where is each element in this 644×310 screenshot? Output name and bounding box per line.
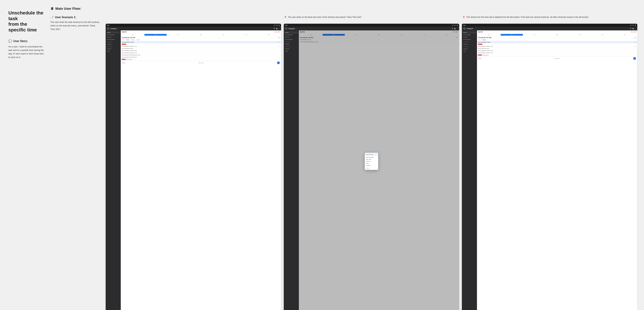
- task-1pm-3: Task scheduled for today for 1 pm ○+□+▲1: [477, 45, 637, 47]
- sidebar-pinboard-2[interactable]: Pin Board: [284, 36, 298, 38]
- day-fr-3[interactable]: Fr 6: [591, 34, 614, 36]
- nav-search-icon-3[interactable]: 🔍: [630, 28, 632, 29]
- day-tu-3[interactable]: Tu 3: [523, 34, 546, 36]
- nav-icons-1: 🔍 🔔 ⋮: [274, 28, 280, 29]
- fab-1[interactable]: +: [277, 62, 280, 64]
- pin-icon-1b: 📍: [462, 16, 465, 19]
- screenshot-1-context: 9:41 ●●● WiFi 🔋 Instagram: [284, 24, 459, 310]
- task-meta-1pm-1: ○+□+▲1: [277, 46, 280, 47]
- mock-screen-2: 9:41 ●●● WiFi 🔋 Instagram: [284, 24, 459, 310]
- write-message-1[interactable]: Write a Message: [365, 156, 378, 158]
- status-time-2: 9:41: [285, 25, 288, 26]
- tab-tasks-1[interactable]: Tasks: [122, 39, 125, 41]
- day-fr-1[interactable]: Fr 6: [235, 34, 258, 36]
- sidebar-agenda-2[interactable]: Agenda: [284, 31, 298, 34]
- sidebar-company-3[interactable]: Company: [462, 43, 476, 45]
- week-label-3: W12: [634, 37, 636, 38]
- day-view-btn-1[interactable]: Day View ▼: [198, 62, 204, 63]
- day-we-2[interactable]: We 4: [368, 34, 390, 36]
- mock-main-1: Agenda Direct Messages Pin Board Persona…: [106, 30, 281, 310]
- sidebar-calendar-1[interactable]: Calendar: [106, 48, 120, 50]
- tab-agenda-3[interactable]: Agenda: [482, 39, 486, 41]
- tab-messages-1[interactable]: Messages: [130, 39, 135, 41]
- day-we-3[interactable]: We 4: [546, 34, 568, 36]
- add-note-1[interactable]: Add a Note: [365, 158, 378, 160]
- sidebar-company-2[interactable]: Company: [284, 43, 298, 45]
- sidebar-tasks-2[interactable]: Tasks: [284, 50, 298, 52]
- sidebar-planner-2[interactable]: Personal Planner: [284, 39, 298, 41]
- day-su-3[interactable]: Su 29: [478, 34, 500, 36]
- delete-1[interactable]: Delete: [365, 167, 378, 169]
- content-title-1: Agenda: [122, 31, 126, 33]
- day-view-btn-3[interactable]: Day View ▼: [554, 58, 560, 59]
- day-sa-2[interactable]: Sa 7: [436, 34, 458, 36]
- nav-dots-icon-2[interactable]: ⋮: [456, 28, 458, 29]
- user-story-text: As a user, I want to unschedule the task…: [8, 45, 45, 59]
- fab-3[interactable]: +: [633, 57, 636, 60]
- mock-screen-1: 9:41 ●●● WiFi 🔋 Instagram: [106, 24, 281, 310]
- sidebar-agenda-3[interactable]: Agenda: [462, 31, 476, 34]
- content-header-1: Agenda March 2020: [121, 30, 281, 34]
- task-text-today-3: Task scheduled for today: [478, 42, 490, 43]
- task-badge-fri-1: Fri, Mar 9: [122, 59, 126, 60]
- nav-bar-3: Instagram 🔍 🔔 ⋮: [462, 27, 637, 30]
- wifi-icon-3: WiFi: [632, 25, 634, 26]
- day-mo-2[interactable]: Mo 2: [322, 34, 345, 36]
- day-tu-2[interactable]: Tu 3: [345, 34, 368, 36]
- clear-time-slot-1[interactable]: Clear Time Slot: [365, 153, 378, 156]
- mock-main-3: Agenda Direct Messages Pin Board Persona…: [462, 30, 637, 310]
- sidebar-calendar-3[interactable]: Calendar: [462, 48, 476, 50]
- day-we-1[interactable]: We 4: [190, 34, 212, 36]
- task-text-nov-3: Task for Nov 1: [482, 55, 489, 56]
- share-1[interactable]: Share: [365, 162, 378, 164]
- sidebar-messages-1[interactable]: Direct Messages: [106, 34, 120, 36]
- date-label-1: Thursday Mar 11th 2020: [122, 37, 135, 38]
- sidebar-company-1[interactable]: Company: [106, 43, 120, 45]
- battery-icon-3: 🔋: [635, 25, 636, 26]
- scenario-label-1: 📝 User Scenario 1:: [50, 16, 100, 19]
- sidebar-planner-3[interactable]: Personal Planner: [462, 39, 476, 41]
- sidebar-messages-3[interactable]: Direct Messages: [462, 34, 476, 36]
- today-btn-1[interactable]: Today: [122, 62, 125, 63]
- nav-icons-2: 🔍 🔔 ⋮: [452, 28, 458, 29]
- nav-search-icon-2[interactable]: 🔍: [452, 28, 454, 29]
- nav-dots-icon-1[interactable]: ⋮: [278, 28, 280, 29]
- day-th-1[interactable]: Th 5: [212, 34, 235, 36]
- sidebar-pinboard-3[interactable]: Pin Board: [462, 36, 476, 38]
- sidebar-planner-1[interactable]: Personal Planner: [106, 39, 120, 41]
- day-tu-1[interactable]: Tu 3: [167, 34, 189, 36]
- nav-dots-icon-3[interactable]: ⋮: [634, 28, 636, 29]
- nav-search-icon-1[interactable]: 🔍: [274, 28, 276, 29]
- sidebar-agenda-1[interactable]: Agenda: [106, 31, 120, 34]
- sidebar-messages-2[interactable]: Direct Messages: [284, 34, 298, 36]
- tab-agenda-1[interactable]: Agenda: [136, 39, 140, 41]
- day-su-2[interactable]: Su 29: [300, 34, 322, 36]
- task-1pm-1: Task scheduled for today for 1 pm ○+□+▲1: [121, 45, 281, 47]
- nav-bell-icon-2[interactable]: 🔔: [454, 28, 456, 29]
- screenshot-1-after: 9:41 ●●● WiFi 🔋 Instagram: [462, 24, 637, 310]
- page-title: Unschedule the task from the specific ti…: [8, 10, 45, 33]
- nav-bell-icon-3[interactable]: 🔔: [632, 28, 634, 29]
- nav-bell-icon-1[interactable]: 🔔: [276, 28, 278, 29]
- add-file-1[interactable]: Add a File: [365, 160, 378, 162]
- day-sa-1[interactable]: Sa 7: [258, 34, 280, 36]
- mock-screen-3: 9:41 ●●● WiFi 🔋 Instagram: [462, 24, 637, 310]
- day-mo-1[interactable]: Mo 2: [144, 34, 167, 36]
- sidebar-tasks-1[interactable]: Tasks: [106, 50, 120, 52]
- day-th-2[interactable]: Th 5: [390, 34, 413, 36]
- tab-notes-1[interactable]: Notes: [126, 39, 130, 41]
- day-su-1[interactable]: Su 29: [122, 34, 144, 36]
- day-th-3[interactable]: Th 5: [569, 34, 591, 36]
- today-btn-3[interactable]: Today: [478, 58, 481, 59]
- date-row-2: Thursday Mar 11th 2020 W12: [299, 36, 459, 39]
- duplicate-1[interactable]: Duplicate: [365, 164, 378, 166]
- day-fr-2[interactable]: Fr 6: [413, 34, 436, 36]
- date-label-2: Thursday Mar 11th 2020: [300, 37, 313, 38]
- day-mo-3[interactable]: Mo 2: [500, 34, 523, 36]
- status-time-3: 9:41: [463, 25, 466, 26]
- day-sa-3[interactable]: Sa 7: [614, 34, 636, 36]
- sidebar-tasks-3[interactable]: Tasks: [462, 50, 476, 52]
- sidebar-calendar-2[interactable]: Calendar: [284, 48, 298, 50]
- tab-tasks-3[interactable]: Tasks: [478, 39, 482, 41]
- sidebar-pinboard-1[interactable]: Pin Board: [106, 36, 120, 38]
